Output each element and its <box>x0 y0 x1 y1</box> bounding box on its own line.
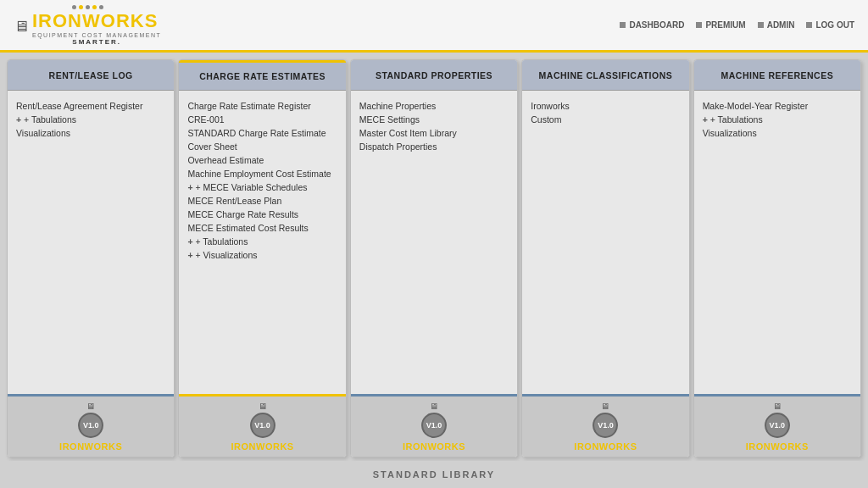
footer-logo-machine-classifications: IRONWORKS <box>574 441 637 452</box>
top-navigation: 🖥 IRONWORKS EQUIPMENT COST MANAGEMENT SM… <box>0 0 868 53</box>
panel-item-3-0[interactable]: Ironworks <box>531 99 680 113</box>
dot4 <box>92 5 97 9</box>
version-badge-machine-classifications: V1.0 <box>593 413 618 438</box>
bullet-logout <box>806 22 812 28</box>
panels-row: RENT/LEASE LOG Rent/Lease Agreement Regi… <box>7 59 861 458</box>
footer-logo-standard-properties: IRONWORKS <box>403 441 465 452</box>
panel-item-1-3[interactable]: Cover Sheet <box>187 140 337 153</box>
panel-item-4-2[interactable]: Visualizations <box>703 126 852 140</box>
dot2 <box>79 5 83 9</box>
version-badge-charge-rate-estimates: V1.0 <box>250 413 275 438</box>
monitor-icon: 🖥 <box>14 18 29 36</box>
panel-item-0-2[interactable]: Visualizations <box>16 126 165 140</box>
panel-machine-classifications: MACHINE CLASSIFICATIONS IronworksCustom … <box>521 59 689 458</box>
panel-item-1-10[interactable]: + Tabulations <box>187 235 337 248</box>
logo-dots <box>72 5 103 9</box>
footer-logo-charge-rate-estimates: IRONWORKS <box>231 441 294 452</box>
panel-header-machine-references: MACHINE REFERENCES <box>694 60 860 91</box>
bullet-dashboard <box>620 22 626 28</box>
panel-item-0-1[interactable]: + Tabulations <box>16 113 165 126</box>
panel-item-3-1[interactable]: Custom <box>531 113 680 126</box>
panel-item-2-0[interactable]: Machine Properties <box>359 99 509 113</box>
panel-header-machine-classifications: MACHINE CLASSIFICATIONS <box>522 60 688 91</box>
main-content: RENT/LEASE LOG Rent/Lease Agreement Regi… <box>0 53 868 458</box>
footer-monitor-icon-charge-rate-estimates: 🖥 <box>259 402 267 411</box>
panel-item-1-11[interactable]: + Visualizations <box>187 248 337 262</box>
panel-header-charge-rate-estimates: CHARGE RATE ESTIMATES <box>179 60 345 91</box>
nav-dashboard[interactable]: DASHBOARD <box>620 20 684 30</box>
panel-body-standard-properties: Machine PropertiesMECE SettingsMaster Co… <box>351 91 517 394</box>
panel-item-1-6[interactable]: + MECE Variable Schedules <box>187 180 337 194</box>
panel-item-2-1[interactable]: MECE Settings <box>359 113 509 126</box>
panel-standard-properties: STANDARD PROPERTIES Machine PropertiesME… <box>350 59 518 458</box>
panel-charge-rate-estimates: CHARGE RATE ESTIMATES Charge Rate Estima… <box>178 59 346 458</box>
footer-monitor-icon-machine-references: 🖥 <box>773 402 782 411</box>
panel-rent-lease-log: RENT/LEASE LOG Rent/Lease Agreement Regi… <box>7 59 175 458</box>
logo-area: 🖥 IRONWORKS EQUIPMENT COST MANAGEMENT SM… <box>14 5 161 46</box>
logo-text: IRONWORKS <box>32 10 161 32</box>
bullet-premium <box>696 22 702 28</box>
version-badge-machine-references: V1.0 <box>765 413 790 438</box>
version-badge-standard-properties: V1.0 <box>421 413 447 438</box>
bottom-bar: STANDARD LIBRARY <box>0 461 868 488</box>
nav-logout[interactable]: LOG OUT <box>806 20 854 30</box>
footer-monitor-icon-standard-properties: 🖥 <box>430 402 438 411</box>
panel-body-charge-rate-estimates: Charge Rate Estimate RegisterCRE-001STAN… <box>179 91 345 394</box>
footer-logo-rent-lease-log: IRONWORKS <box>59 441 122 452</box>
panel-item-0-0[interactable]: Rent/Lease Agreement Register <box>16 99 165 113</box>
nav-admin[interactable]: ADMIN <box>758 20 795 30</box>
logo-smarter: SMARTER. <box>32 38 161 46</box>
footer-monitor-icon-rent-lease-log: 🖥 <box>86 402 95 411</box>
footer-logo-machine-references: IRONWORKS <box>746 441 809 452</box>
panel-item-1-9[interactable]: MECE Estimated Cost Results <box>187 221 337 235</box>
panel-body-rent-lease-log: Rent/Lease Agreement Register+ Tabulatio… <box>8 91 174 394</box>
dot1 <box>72 5 76 9</box>
nav-links: DASHBOARD PREMIUM ADMIN LOG OUT <box>620 20 854 30</box>
panel-body-machine-references: Make-Model-Year Register+ TabulationsVis… <box>694 91 860 394</box>
panel-footer-machine-references: 🖥 V1.0 IRONWORKS <box>694 394 860 457</box>
panel-item-2-2[interactable]: Master Cost Item Library <box>359 126 509 140</box>
panel-footer-standard-properties: 🖥 V1.0 IRONWORKS <box>351 394 517 457</box>
version-badge-rent-lease-log: V1.0 <box>78 413 103 438</box>
dot3 <box>86 5 90 9</box>
panel-item-1-0[interactable]: Charge Rate Estimate Register <box>187 99 337 113</box>
bullet-admin <box>758 22 764 28</box>
panel-item-4-1[interactable]: + Tabulations <box>703 113 852 126</box>
panel-item-1-4[interactable]: Overhead Estimate <box>187 153 337 167</box>
panel-header-rent-lease-log: RENT/LEASE LOG <box>8 60 174 91</box>
panel-item-2-3[interactable]: Dispatch Properties <box>359 140 509 153</box>
panel-item-1-7[interactable]: MECE Rent/Lease Plan <box>187 194 337 208</box>
footer-monitor-icon-machine-classifications: 🖥 <box>601 402 609 411</box>
panel-item-4-0[interactable]: Make-Model-Year Register <box>703 99 852 113</box>
panel-item-1-8[interactable]: MECE Charge Rate Results <box>187 208 337 221</box>
panel-item-1-5[interactable]: Machine Employment Cost Estimate <box>187 167 337 180</box>
panel-footer-rent-lease-log: 🖥 V1.0 IRONWORKS <box>8 394 174 457</box>
panel-footer-charge-rate-estimates: 🖥 V1.0 IRONWORKS <box>179 394 345 457</box>
panel-header-standard-properties: STANDARD PROPERTIES <box>351 60 517 91</box>
panel-item-1-1[interactable]: CRE-001 <box>187 113 337 126</box>
panel-machine-references: MACHINE REFERENCES Make-Model-Year Regis… <box>693 59 861 458</box>
panel-item-1-2[interactable]: STANDARD Charge Rate Estimate <box>187 126 337 140</box>
panel-body-machine-classifications: IronworksCustom <box>522 91 688 394</box>
logo-sub: EQUIPMENT COST MANAGEMENT <box>32 32 161 38</box>
dot5 <box>99 5 103 9</box>
nav-premium[interactable]: PREMIUM <box>696 20 745 30</box>
panel-footer-machine-classifications: 🖥 V1.0 IRONWORKS <box>522 394 688 457</box>
